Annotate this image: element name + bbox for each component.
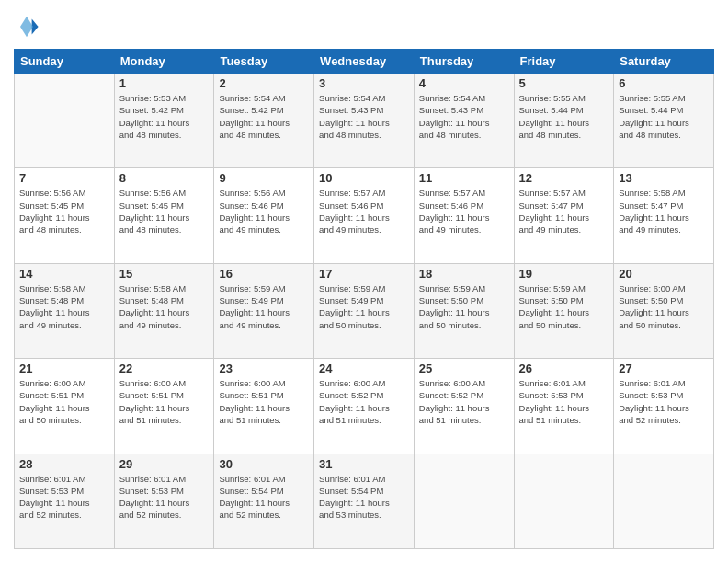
day-cell: 7Sunrise: 5:56 AMSunset: 5:45 PMDaylight… xyxy=(15,168,115,263)
day-cell: 28Sunrise: 6:01 AMSunset: 5:53 PMDayligh… xyxy=(15,454,115,548)
day-number: 10 xyxy=(319,171,409,185)
day-info: Sunrise: 6:01 AMSunset: 5:54 PMDaylight:… xyxy=(319,473,409,522)
day-info: Sunrise: 5:56 AMSunset: 5:45 PMDaylight:… xyxy=(19,187,109,236)
day-number: 15 xyxy=(119,267,210,281)
day-number: 17 xyxy=(319,267,409,281)
day-number: 1 xyxy=(119,76,210,90)
day-number: 5 xyxy=(519,76,609,90)
day-cell: 4Sunrise: 5:54 AMSunset: 5:43 PMDaylight… xyxy=(414,74,514,168)
day-cell xyxy=(514,454,614,548)
day-info: Sunrise: 5:54 AMSunset: 5:42 PMDaylight:… xyxy=(219,92,309,141)
logo xyxy=(14,14,43,40)
day-cell: 31Sunrise: 6:01 AMSunset: 5:54 PMDayligh… xyxy=(314,454,415,548)
page: SundayMondayTuesdayWednesdayThursdayFrid… xyxy=(0,0,728,563)
day-number: 16 xyxy=(219,267,309,281)
day-number: 29 xyxy=(119,457,210,471)
day-cell: 23Sunrise: 6:00 AMSunset: 5:51 PMDayligh… xyxy=(214,359,314,454)
day-cell xyxy=(15,74,115,168)
svg-marker-1 xyxy=(20,17,33,37)
day-info: Sunrise: 5:54 AMSunset: 5:43 PMDaylight:… xyxy=(319,92,409,141)
day-info: Sunrise: 5:59 AMSunset: 5:50 PMDaylight:… xyxy=(419,282,509,331)
day-cell: 29Sunrise: 6:01 AMSunset: 5:53 PMDayligh… xyxy=(114,454,214,548)
day-info: Sunrise: 5:57 AMSunset: 5:46 PMDaylight:… xyxy=(319,187,409,236)
day-info: Sunrise: 6:00 AMSunset: 5:50 PMDaylight:… xyxy=(619,282,709,331)
day-number: 2 xyxy=(219,76,309,90)
day-info: Sunrise: 6:00 AMSunset: 5:51 PMDaylight:… xyxy=(19,377,109,426)
day-number: 3 xyxy=(319,76,409,90)
day-number: 27 xyxy=(619,362,709,375)
day-number: 18 xyxy=(419,267,509,281)
day-info: Sunrise: 5:57 AMSunset: 5:47 PMDaylight:… xyxy=(519,187,609,236)
day-cell: 12Sunrise: 5:57 AMSunset: 5:47 PMDayligh… xyxy=(514,168,614,263)
day-cell: 3Sunrise: 5:54 AMSunset: 5:43 PMDaylight… xyxy=(314,74,415,168)
day-cell: 2Sunrise: 5:54 AMSunset: 5:42 PMDaylight… xyxy=(214,74,314,168)
day-number: 6 xyxy=(619,76,709,90)
day-cell: 27Sunrise: 6:01 AMSunset: 5:53 PMDayligh… xyxy=(614,359,714,454)
day-cell: 9Sunrise: 5:56 AMSunset: 5:46 PMDaylight… xyxy=(214,168,314,263)
day-info: Sunrise: 5:56 AMSunset: 5:45 PMDaylight:… xyxy=(119,187,210,236)
day-cell: 17Sunrise: 5:59 AMSunset: 5:49 PMDayligh… xyxy=(314,263,415,358)
day-cell: 30Sunrise: 6:01 AMSunset: 5:54 PMDayligh… xyxy=(214,454,314,548)
day-cell xyxy=(414,454,514,548)
day-info: Sunrise: 5:59 AMSunset: 5:49 PMDaylight:… xyxy=(319,282,409,331)
day-cell: 11Sunrise: 5:57 AMSunset: 5:46 PMDayligh… xyxy=(414,168,514,263)
week-row-2: 7Sunrise: 5:56 AMSunset: 5:45 PMDaylight… xyxy=(15,168,714,263)
day-cell: 21Sunrise: 6:00 AMSunset: 5:51 PMDayligh… xyxy=(15,359,115,454)
day-number: 14 xyxy=(19,267,109,281)
day-info: Sunrise: 5:59 AMSunset: 5:49 PMDaylight:… xyxy=(219,282,309,331)
day-info: Sunrise: 6:01 AMSunset: 5:53 PMDaylight:… xyxy=(519,377,609,426)
day-number: 9 xyxy=(219,171,309,185)
col-header-sunday: Sunday xyxy=(15,50,115,74)
day-info: Sunrise: 5:58 AMSunset: 5:47 PMDaylight:… xyxy=(619,187,709,236)
day-number: 30 xyxy=(219,457,309,471)
day-cell: 19Sunrise: 5:59 AMSunset: 5:50 PMDayligh… xyxy=(514,263,614,358)
header xyxy=(14,14,714,40)
day-number: 28 xyxy=(19,457,109,471)
day-cell: 15Sunrise: 5:58 AMSunset: 5:48 PMDayligh… xyxy=(114,263,214,358)
col-header-monday: Monday xyxy=(114,50,214,74)
day-info: Sunrise: 6:01 AMSunset: 5:53 PMDaylight:… xyxy=(619,377,709,426)
day-cell: 26Sunrise: 6:01 AMSunset: 5:53 PMDayligh… xyxy=(514,359,614,454)
day-number: 13 xyxy=(619,171,709,185)
day-number: 23 xyxy=(219,362,309,375)
day-cell: 24Sunrise: 6:00 AMSunset: 5:52 PMDayligh… xyxy=(314,359,415,454)
day-info: Sunrise: 5:55 AMSunset: 5:44 PMDaylight:… xyxy=(619,92,709,141)
day-info: Sunrise: 6:00 AMSunset: 5:52 PMDaylight:… xyxy=(319,377,409,426)
day-number: 24 xyxy=(319,362,409,375)
col-header-thursday: Thursday xyxy=(414,50,514,74)
day-cell: 14Sunrise: 5:58 AMSunset: 5:48 PMDayligh… xyxy=(15,263,115,358)
day-number: 11 xyxy=(419,171,509,185)
day-number: 19 xyxy=(519,267,609,281)
day-cell: 25Sunrise: 6:00 AMSunset: 5:52 PMDayligh… xyxy=(414,359,514,454)
calendar-table: SundayMondayTuesdayWednesdayThursdayFrid… xyxy=(14,49,714,549)
day-info: Sunrise: 5:58 AMSunset: 5:48 PMDaylight:… xyxy=(119,282,210,331)
day-info: Sunrise: 5:54 AMSunset: 5:43 PMDaylight:… xyxy=(419,92,509,141)
day-cell: 1Sunrise: 5:53 AMSunset: 5:42 PMDaylight… xyxy=(114,74,214,168)
day-number: 8 xyxy=(119,171,210,185)
day-info: Sunrise: 5:56 AMSunset: 5:46 PMDaylight:… xyxy=(219,187,309,236)
day-info: Sunrise: 5:57 AMSunset: 5:46 PMDaylight:… xyxy=(419,187,509,236)
day-cell: 18Sunrise: 5:59 AMSunset: 5:50 PMDayligh… xyxy=(414,263,514,358)
week-row-5: 28Sunrise: 6:01 AMSunset: 5:53 PMDayligh… xyxy=(15,454,714,548)
week-row-4: 21Sunrise: 6:00 AMSunset: 5:51 PMDayligh… xyxy=(15,359,714,454)
day-info: Sunrise: 6:01 AMSunset: 5:54 PMDaylight:… xyxy=(219,473,309,522)
day-info: Sunrise: 5:59 AMSunset: 5:50 PMDaylight:… xyxy=(519,282,609,331)
week-row-1: 1Sunrise: 5:53 AMSunset: 5:42 PMDaylight… xyxy=(15,74,714,168)
col-header-wednesday: Wednesday xyxy=(314,50,415,74)
day-cell: 22Sunrise: 6:00 AMSunset: 5:51 PMDayligh… xyxy=(114,359,214,454)
col-header-saturday: Saturday xyxy=(614,50,714,74)
day-cell: 8Sunrise: 5:56 AMSunset: 5:45 PMDaylight… xyxy=(114,168,214,263)
day-info: Sunrise: 6:01 AMSunset: 5:53 PMDaylight:… xyxy=(19,473,109,522)
day-number: 22 xyxy=(119,362,210,375)
col-header-tuesday: Tuesday xyxy=(214,50,314,74)
day-number: 21 xyxy=(19,362,109,375)
day-cell: 10Sunrise: 5:57 AMSunset: 5:46 PMDayligh… xyxy=(314,168,415,263)
day-number: 31 xyxy=(319,457,409,471)
day-number: 26 xyxy=(519,362,609,375)
day-cell: 13Sunrise: 5:58 AMSunset: 5:47 PMDayligh… xyxy=(614,168,714,263)
day-info: Sunrise: 5:55 AMSunset: 5:44 PMDaylight:… xyxy=(519,92,609,141)
day-info: Sunrise: 6:00 AMSunset: 5:51 PMDaylight:… xyxy=(119,377,210,426)
day-cell: 5Sunrise: 5:55 AMSunset: 5:44 PMDaylight… xyxy=(514,74,614,168)
day-info: Sunrise: 5:58 AMSunset: 5:48 PMDaylight:… xyxy=(19,282,109,331)
day-cell: 6Sunrise: 5:55 AMSunset: 5:44 PMDaylight… xyxy=(614,74,714,168)
